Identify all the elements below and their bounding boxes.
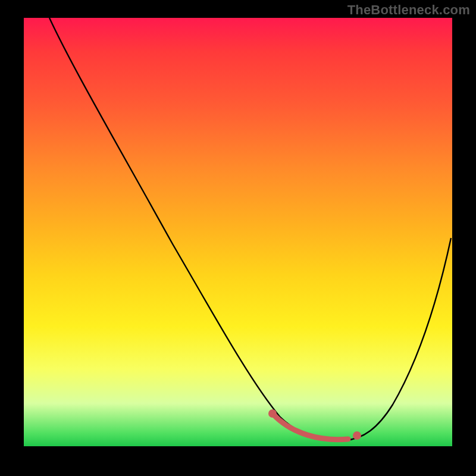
marker-dot-end: [353, 431, 361, 440]
chart-container: TheBottleneck.com: [0, 0, 476, 476]
plot-area: [24, 18, 452, 446]
curve-svg: [24, 18, 452, 446]
highlight-markers: [273, 414, 348, 440]
bottleneck-curve: [49, 18, 451, 440]
watermark-text: TheBottleneck.com: [347, 2, 470, 18]
marker-dot-start: [268, 409, 277, 418]
